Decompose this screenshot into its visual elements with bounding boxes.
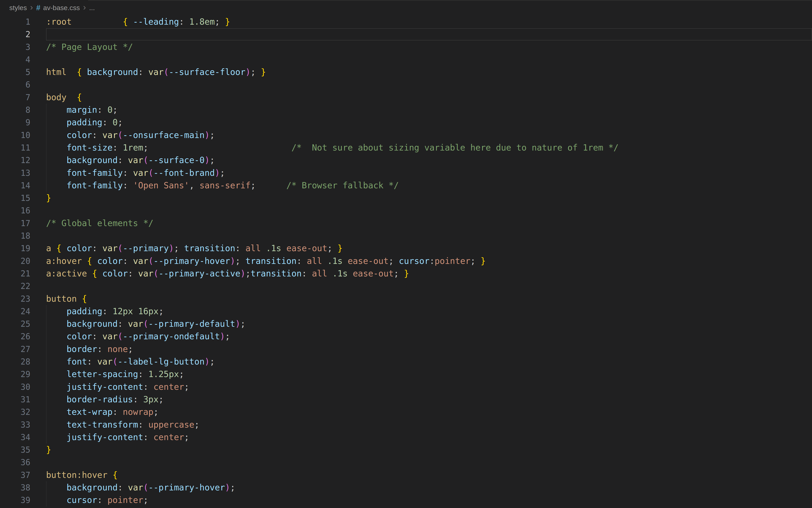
code-line[interactable]: 29 letter-spacing: 1.25px; [0, 368, 812, 380]
token-punc: ; [235, 256, 240, 266]
line-content: a { color: var(--primary); transition: a… [46, 242, 812, 255]
code-line[interactable]: 4 [0, 53, 812, 66]
code-line[interactable]: 12 background: var(--surface-0); [0, 154, 812, 167]
code-line[interactable]: 11 font-size: 1rem; /* Not sure about si… [0, 141, 812, 154]
token-plain [46, 482, 67, 493]
line-content [46, 78, 812, 91]
line-content [46, 53, 812, 66]
line-number: 7 [0, 91, 30, 104]
code-line[interactable]: 3/* Page Layout */ [0, 41, 812, 53]
code-line[interactable]: 15} [0, 192, 812, 204]
code-line[interactable]: 22 [0, 280, 812, 292]
token-plain [46, 105, 67, 115]
code-line[interactable]: 25 background: var(--primary-default); [0, 318, 812, 330]
line-number: 21 [0, 267, 30, 280]
code-line[interactable]: 23button { [0, 293, 812, 305]
token-prop: text-wrap [67, 407, 113, 417]
code-line[interactable]: 36 [0, 456, 812, 469]
code-line[interactable]: 20a:hover { color: var(--primary-hover);… [0, 255, 812, 267]
token-paren: ( [164, 67, 169, 77]
line-content: background: var(--primary-hover); [46, 481, 812, 494]
token-fn: var [128, 155, 143, 165]
line-content: html { background: var(--surface-floor);… [46, 66, 812, 78]
token-brace: } [46, 193, 51, 203]
code-line[interactable]: 16 [0, 204, 812, 217]
code-line[interactable]: 32 text-wrap: nowrap; [0, 406, 812, 418]
token-plain [128, 180, 133, 190]
token-plain [46, 306, 67, 316]
token-plain [82, 256, 87, 266]
token-plain [301, 256, 307, 266]
token-paren: ( [143, 482, 148, 493]
code-line[interactable]: 26 color: var(--primary-ondefault); [0, 330, 812, 343]
token-plain [46, 382, 67, 392]
token-prop: color [67, 331, 92, 341]
code-line[interactable]: 18 [0, 229, 812, 242]
breadcrumb-symbol-ellipsis[interactable]: ... [89, 4, 95, 12]
token-com: /* Global elements */ [46, 218, 153, 228]
code-line[interactable]: 21a:active { color: var(--primary-active… [0, 267, 812, 280]
line-content: cursor: pointer; [46, 494, 812, 506]
token-prop: color [67, 130, 92, 140]
chevron-right-icon: › [27, 2, 36, 13]
code-line[interactable]: 34 justify-content: center; [0, 431, 812, 443]
code-line[interactable]: 5html { background: var(--surface-floor)… [0, 66, 812, 78]
code-line[interactable]: 27 border: none; [0, 343, 812, 355]
token-plain [128, 256, 133, 266]
code-line[interactable]: 19a { color: var(--primary); transition:… [0, 242, 812, 255]
token-val: ease-out [348, 256, 389, 266]
line-content: margin: 0; [46, 104, 812, 116]
code-line[interactable]: 30 justify-content: center; [0, 381, 812, 393]
code-line[interactable]: 10 color: var(--onsurface-main); [0, 129, 812, 141]
code-line[interactable]: 6 [0, 78, 812, 91]
token-punc: : [123, 256, 128, 266]
token-plain [92, 256, 97, 266]
token-prop: transition [245, 256, 296, 266]
token-prop: --primary-active [159, 268, 240, 279]
code-line[interactable]: 39 cursor: pointer; [0, 494, 812, 506]
code-line[interactable]: 35} [0, 443, 812, 456]
line-content: font-family: 'Open Sans', sans-serif; /*… [46, 179, 812, 192]
token-plain [46, 117, 67, 127]
token-plain [322, 256, 327, 266]
code-line[interactable]: 8 margin: 0; [0, 104, 812, 116]
token-plain [46, 357, 67, 367]
code-line[interactable]: 31 border-radius: 3px; [0, 393, 812, 406]
token-punc: : [123, 168, 128, 178]
line-content: } [46, 443, 812, 456]
token-com: /* Browser fallback */ [286, 180, 399, 190]
code-line[interactable]: 9 padding: 0; [0, 116, 812, 129]
token-punc: : [133, 394, 138, 404]
code-line[interactable]: 14 font-family: 'Open Sans', sans-serif;… [0, 179, 812, 192]
token-punc: ; [113, 105, 118, 115]
token-plain [102, 495, 107, 505]
token-prop: color [102, 268, 128, 279]
code-line[interactable]: 7body { [0, 91, 812, 104]
token-plain [102, 105, 107, 115]
token-paren: ) [220, 331, 225, 341]
breadcrumb-file[interactable]: av-base.css [43, 4, 80, 12]
line-content: /* Global elements */ [46, 217, 812, 229]
line-content [46, 204, 812, 217]
code-line[interactable]: 1:root { --leading: 1.8em; } [0, 15, 812, 28]
token-punc: : [97, 495, 102, 505]
token-prop: --onsurface-main [123, 130, 205, 140]
breadcrumb-folder[interactable]: styles [9, 4, 27, 12]
token-plain [46, 155, 67, 165]
code-line[interactable]: 38 background: var(--primary-hover); [0, 481, 812, 494]
token-val: nowrap [123, 407, 153, 417]
code-line[interactable]: 17/* Global elements */ [0, 217, 812, 229]
token-plain [107, 470, 112, 480]
code-line[interactable]: 28 font: var(--label-lg-button); [0, 355, 812, 368]
css-file-icon: # [36, 4, 40, 12]
code-editor[interactable]: 1:root { --leading: 1.8em; }23/* Page La… [0, 15, 812, 508]
code-line[interactable]: 24 padding: 12px 16px; [0, 305, 812, 318]
token-plain [97, 243, 102, 253]
code-line[interactable]: 33 text-transform: uppercase; [0, 419, 812, 431]
code-line[interactable]: 2 [0, 28, 812, 41]
token-punc: ; [184, 432, 189, 442]
line-content: color: var(--primary-ondefault); [46, 330, 812, 343]
code-line[interactable]: 37button:hover { [0, 469, 812, 481]
code-line[interactable]: 13 font-family: var(--font-brand); [0, 167, 812, 179]
token-num: 16px [138, 306, 159, 316]
